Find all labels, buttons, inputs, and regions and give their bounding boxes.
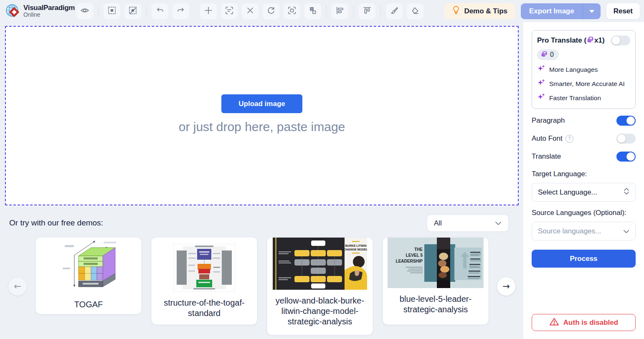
refresh-icon: [266, 6, 276, 17]
preview-button[interactable]: [76, 3, 93, 19]
toolbar-divider: [380, 5, 381, 18]
translate-sidebar: Pro Translate ( x1): [523, 22, 644, 339]
refresh-button[interactable]: [263, 3, 279, 19]
scan-shape-icon: [287, 6, 297, 17]
visual-paradigm-logo[interactable]: VisualParadigm Online: [4, 2, 74, 20]
eye-icon: [80, 6, 89, 17]
image-drop-zone[interactable]: Upload image or just drop here, paste im…: [5, 26, 519, 205]
select-area-icon: [107, 6, 117, 17]
demo-filter-select[interactable]: All: [427, 215, 509, 232]
redo-icon: [176, 6, 185, 17]
demo-card-label: blue-level-5-leader-strategic-analysis: [383, 294, 488, 315]
source-language-placeholder: Source languages...: [538, 227, 601, 235]
svg-text:LEADERSHIP: LEADERSHIP: [396, 259, 423, 263]
sparkle-icon: [537, 65, 545, 74]
source-language-label: Source Languages (Optional):: [532, 209, 636, 217]
process-button[interactable]: Process: [532, 250, 636, 268]
toolbar-divider: [326, 5, 327, 18]
brush-icon: [390, 6, 399, 17]
pro-translate-toggle[interactable]: [611, 35, 630, 46]
top-toolbar: VisualParadigm Online: [0, 0, 644, 22]
demo-thumbnail-burke-litwin: BURKE LITWIN CHANGE MODEL: [273, 238, 367, 291]
auto-font-toggle-row: Auto Font ?: [532, 132, 636, 145]
translate-label: Translate: [532, 152, 561, 161]
demo-thumbnail-togaf: [58, 238, 119, 295]
add-button[interactable]: [200, 3, 217, 19]
carousel-next-button[interactable]: →: [497, 277, 515, 296]
eraser-button[interactable]: [407, 3, 423, 19]
demo-card-togaf-standard[interactable]: structure-of-the-togaf-standard: [151, 237, 257, 325]
demo-card-level5[interactable]: THE LEVEL 5 LEADERSHIP blue-level-5-lead…: [383, 237, 489, 325]
svg-text:LEVEL 5: LEVEL 5: [406, 253, 423, 258]
demo-card-label: TOGAF: [36, 299, 141, 310]
drop-hint-text: or just drop here, paste image: [6, 120, 518, 134]
align-top-button[interactable]: [359, 3, 375, 19]
source-language-select[interactable]: Source languages...: [532, 222, 636, 240]
auto-font-label: Auto Font: [532, 134, 563, 143]
paragraph-toggle-row: Paragraph: [532, 114, 636, 127]
carousel-prev-button[interactable]: ←: [8, 277, 27, 296]
warning-triangle-icon: [549, 317, 559, 328]
chevron-up-down-icon: [624, 187, 629, 197]
demo-card-burke-litwin[interactable]: BURKE LITWIN CHANGE MODEL yellow-and-bla…: [267, 237, 373, 335]
undo-button[interactable]: [152, 3, 168, 19]
credit-badge: 0: [537, 49, 559, 60]
redo-button[interactable]: [172, 3, 189, 19]
format-brush-button[interactable]: [386, 3, 403, 19]
pro-translate-title: Pro Translate ( x1): [537, 36, 605, 45]
demo-card-label: yellow-and-black-burke-litwin-change-mod…: [267, 296, 373, 327]
align-top-icon: [363, 6, 372, 17]
align-left-button[interactable]: [332, 3, 348, 19]
sparkle-icon: [537, 93, 545, 103]
auth-warning-label: Auth is disabled: [563, 319, 618, 327]
export-dropdown-toggle[interactable]: [583, 3, 601, 19]
svg-text:BURKE LITWIN: BURKE LITWIN: [345, 244, 367, 247]
sparkle-icon: [537, 79, 545, 89]
demo-tips-button[interactable]: Demo & Tips: [444, 3, 515, 19]
auto-font-toggle[interactable]: [616, 134, 636, 144]
lightbulb-icon: [452, 5, 460, 17]
auth-disabled-button[interactable]: Auth is disabled: [532, 314, 636, 331]
translate-toggle[interactable]: [616, 152, 636, 162]
arrow-right-icon: →: [502, 281, 510, 291]
demo-card-label: structure-of-the-togaf-standard: [152, 298, 257, 319]
deselect-area-icon: [128, 6, 137, 17]
paragraph-toggle[interactable]: [616, 116, 636, 126]
main-area: Upload image or just drop here, paste im…: [0, 22, 523, 339]
pro-translate-panel: Pro Translate ( x1): [532, 30, 636, 109]
select-area-button[interactable]: [104, 3, 120, 19]
shapes-button[interactable]: [304, 3, 321, 19]
scan-text-button[interactable]: [221, 3, 238, 19]
brand-name: VisualParadigm: [23, 4, 75, 12]
delete-button[interactable]: [242, 3, 259, 19]
demo-tips-label: Demo & Tips: [464, 7, 507, 15]
toolbar-divider: [353, 5, 354, 18]
coin-icon: [586, 36, 594, 45]
add-icon: [204, 6, 213, 17]
delete-icon: [246, 6, 255, 17]
target-language-label: Target Language:: [532, 170, 636, 178]
brand-subtitle: Online: [23, 12, 75, 18]
paragraph-label: Paragraph: [532, 116, 565, 125]
demo-card-togaf[interactable]: TOGAF: [35, 237, 142, 314]
pro-feature-row: More Languages: [537, 65, 630, 74]
scan-shape-button[interactable]: [284, 3, 300, 19]
coin-icon: [541, 51, 548, 59]
toolbar-divider: [98, 5, 99, 18]
reset-button[interactable]: Reset: [606, 3, 640, 19]
export-image-label: Export Image: [521, 7, 583, 15]
undo-icon: [155, 6, 165, 17]
demo-thumbnail-togaf-standard: [173, 244, 235, 293]
svg-text:CHANGE MODEL: CHANGE MODEL: [344, 248, 367, 251]
pro-feature-row: Smarter, More Accurate AI: [537, 79, 630, 89]
deselect-area-button[interactable]: [124, 3, 141, 19]
shapes-icon: [308, 6, 317, 17]
eraser-icon: [411, 6, 420, 17]
export-image-button[interactable]: Export Image: [521, 3, 601, 19]
credit-count: 0: [550, 51, 554, 58]
help-icon[interactable]: ?: [565, 135, 573, 143]
upload-image-button[interactable]: Upload image: [221, 94, 302, 113]
demo-thumbnail-level5: THE LEVEL 5 LEADERSHIP: [388, 238, 484, 290]
target-language-select[interactable]: Select Language...: [532, 183, 636, 202]
chevron-down-icon: [495, 219, 502, 228]
